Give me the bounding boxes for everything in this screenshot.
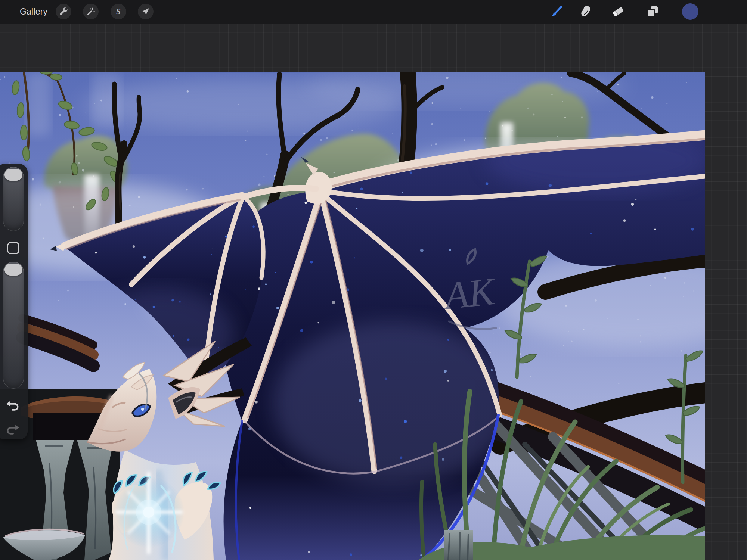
paint-brush-icon: [549, 4, 564, 19]
eraser-icon: [611, 4, 626, 19]
redo-icon: [5, 423, 20, 436]
opacity-slider[interactable]: [3, 262, 24, 389]
erase-tool-button[interactable]: [610, 3, 627, 20]
undo-button[interactable]: [4, 398, 21, 413]
smudge-finger-icon: [579, 4, 594, 19]
paint-tool-button[interactable]: [548, 3, 565, 20]
svg-text:S: S: [116, 7, 120, 16]
redo-button[interactable]: [4, 422, 21, 437]
undo-icon: [5, 399, 20, 413]
selection-s-icon: S: [114, 7, 123, 16]
transform-button[interactable]: [138, 4, 154, 19]
brush-size-slider[interactable]: [3, 167, 24, 231]
brush-sidebar: [0, 164, 28, 439]
painting-canvas[interactable]: AK: [0, 72, 705, 560]
smudge-tool-button[interactable]: [578, 3, 595, 20]
wrench-icon: [59, 7, 68, 16]
brush-size-handle[interactable]: [4, 169, 22, 181]
adjustments-button[interactable]: [83, 4, 99, 19]
selection-button[interactable]: S: [111, 4, 126, 19]
transform-arrow-icon: [141, 7, 151, 16]
procreate-window: AK: [0, 0, 747, 560]
top-toolbar: Gallery S: [0, 0, 747, 24]
gallery-button[interactable]: Gallery: [20, 0, 47, 24]
magic-wand-icon: [86, 7, 96, 16]
svg-text:AK: AK: [440, 269, 498, 317]
actions-button[interactable]: [56, 4, 71, 19]
modify-button[interactable]: [7, 242, 19, 254]
layers-button[interactable]: [644, 3, 661, 20]
color-swatch-button[interactable]: [682, 3, 698, 20]
opacity-handle[interactable]: [4, 264, 22, 276]
layers-icon: [645, 4, 660, 19]
